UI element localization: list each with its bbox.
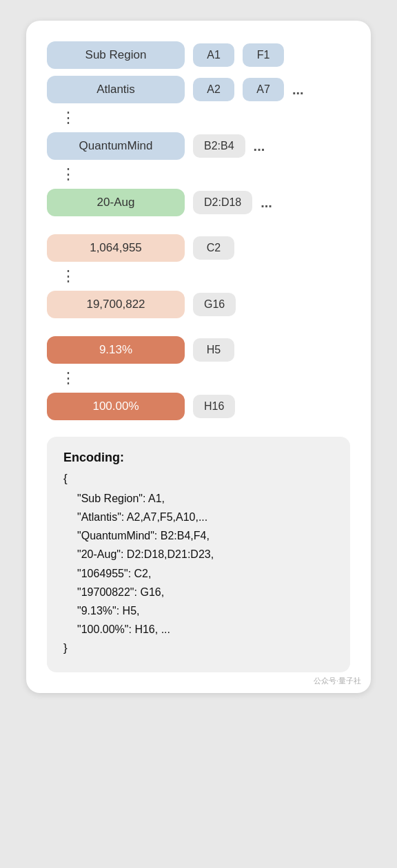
ellipsis-1: ... — [292, 82, 304, 98]
encoding-line-5: "19700822": G16, — [77, 583, 334, 601]
spacer-2 — [47, 325, 350, 329]
row-913: 9.13% H5 — [47, 336, 350, 364]
encoding-line-4: "1064955": C2, — [77, 564, 334, 583]
dots-1: ⋮ — [47, 110, 350, 125]
tag-c2: C2 — [193, 236, 234, 260]
tag-g16: G16 — [193, 293, 236, 316]
encoding-line-1: "Atlantis": A2,A7,F5,A10,... — [77, 508, 334, 526]
pill-sub-region: Sub Region — [47, 41, 185, 69]
close-brace: } — [63, 639, 334, 659]
ellipsis-3: ... — [261, 195, 272, 211]
row-1064955: 1,064,955 C2 — [47, 234, 350, 262]
diagram-section: Sub Region A1 F1 Atlantis A2 A7 ... ⋮ Qu… — [47, 41, 350, 420]
tag-b2b4: B2:B4 — [193, 134, 245, 158]
main-card: Sub Region A1 F1 Atlantis A2 A7 ... ⋮ Qu… — [26, 21, 371, 693]
tag-a7: A7 — [243, 78, 284, 101]
row-quantummind: QuantumMind B2:B4 ... — [47, 132, 350, 160]
encoding-line-7: "100.00%": H16, ... — [77, 620, 334, 639]
spacer-1 — [47, 223, 350, 227]
pill-1064955: 1,064,955 — [47, 234, 185, 262]
row-19700822: 19,700,822 G16 — [47, 291, 350, 318]
pill-quantummind: QuantumMind — [47, 132, 185, 160]
open-brace: { — [63, 469, 334, 489]
tag-h5: H5 — [193, 338, 234, 362]
encoding-card: Encoding: { "Sub Region": A1, "Atlantis"… — [47, 437, 350, 672]
pill-19700822: 19,700,822 — [47, 291, 185, 318]
dots-2: ⋮ — [47, 167, 350, 182]
tag-f1: F1 — [243, 43, 284, 67]
row-20aug: 20-Aug D2:D18 ... — [47, 189, 350, 216]
encoding-lines: "Sub Region": A1, "Atlantis": A2,A7,F5,A… — [63, 489, 334, 639]
pill-atlantis: Atlantis — [47, 76, 185, 103]
pill-20aug: 20-Aug — [47, 189, 185, 216]
row-sub-region: Sub Region A1 F1 — [47, 41, 350, 69]
encoding-body: { "Sub Region": A1, "Atlantis": A2,A7,F5… — [63, 469, 334, 659]
encoding-title: Encoding: — [63, 451, 334, 465]
encoding-line-0: "Sub Region": A1, — [77, 489, 334, 508]
tag-h16: H16 — [193, 395, 235, 418]
pill-913: 9.13% — [47, 336, 185, 364]
dots-4: ⋮ — [47, 371, 350, 386]
encoding-line-6: "9.13%": H5, — [77, 601, 334, 620]
tag-d2d18: D2:D18 — [193, 191, 252, 214]
encoding-line-2: "QuantumMind": B2:B4,F4, — [77, 526, 334, 545]
row-atlantis: Atlantis A2 A7 ... — [47, 76, 350, 103]
tag-a2: A2 — [193, 78, 234, 101]
watermark: 公众号·量子社 — [314, 676, 361, 686]
row-10000: 100.00% H16 — [47, 393, 350, 420]
dots-3: ⋮ — [47, 269, 350, 284]
encoding-line-3: "20-Aug": D2:D18,D21:D23, — [77, 545, 334, 564]
ellipsis-2: ... — [254, 138, 265, 154]
pill-10000: 100.00% — [47, 393, 185, 420]
tag-a1: A1 — [193, 43, 234, 67]
